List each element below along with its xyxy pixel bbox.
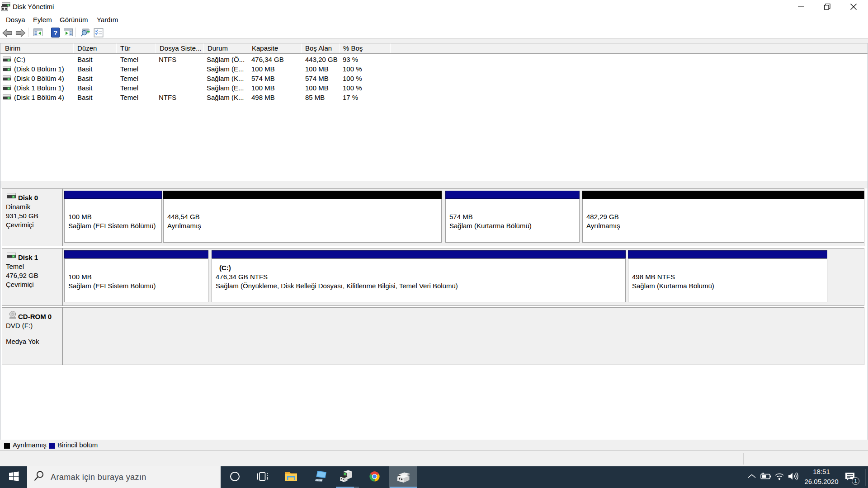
svg-text:?: ? [53, 29, 57, 37]
